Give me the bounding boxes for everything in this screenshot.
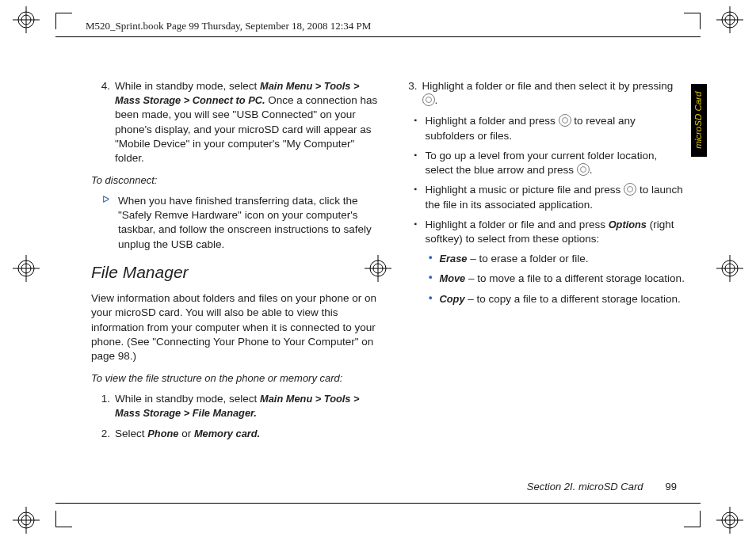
square-bullet-icon: ▪ [414, 114, 424, 143]
step-text: Highlight a folder or file and then sele… [422, 79, 685, 108]
bullet-item: ▪Highlight a music or picture file and p… [414, 183, 685, 211]
page-header: M520_Sprint.book Page 99 Thursday, Septe… [86, 19, 371, 33]
sub-bullet-item: ●Copy – to copy a file to a different st… [429, 292, 685, 306]
registration-mark-icon [13, 507, 40, 534]
crop-mark-icon [55, 13, 72, 29]
step-4: 4. While in standby mode, select Main Me… [91, 79, 378, 165]
registration-mark-icon [13, 255, 40, 282]
crop-mark-icon [55, 511, 72, 527]
step-1: 1. While in standby mode, select Main Me… [91, 392, 378, 420]
step-3: 3. Highlight a folder or file and then s… [399, 79, 685, 108]
step-text: While in standby mode, select Main Menu … [115, 392, 378, 420]
sub-bullet-item: ●Move – to move a file to a different st… [429, 272, 685, 286]
sub-bullet-item: ●Erase – to erase a folder or file. [429, 252, 685, 266]
ok-button-icon [624, 183, 636, 196]
step-number: 2. [91, 427, 110, 441]
subheading-view: To view the file structure on the phone … [91, 371, 378, 386]
side-tab-label: microSD Card [693, 92, 705, 149]
page-number: 99 [666, 481, 677, 492]
registration-mark-icon [716, 507, 743, 534]
bullet-item: ▪Highlight a folder or file and and pres… [414, 218, 685, 246]
footer-rule [55, 503, 701, 504]
bullet-text: When you have finished transferring data… [118, 194, 378, 252]
dot-bullet-icon: ● [429, 272, 438, 286]
square-bullet-icon: ▪ [414, 183, 424, 211]
page: M520_Sprint.book Page 99 Thursday, Septe… [0, 0, 756, 540]
square-bullet-icon: ▪ [414, 149, 424, 177]
step-number: 3. [399, 79, 418, 108]
triangle-bullet-icon: ᐅ [102, 194, 113, 252]
step-text: Select Phone or Memory card. [115, 427, 378, 441]
page-footer: Section 2I. microSD Card99 [527, 480, 677, 494]
square-bullet-icon: ▪ [414, 218, 424, 246]
ok-button-icon [577, 163, 590, 176]
paragraph: View information about folders and files… [91, 291, 378, 363]
step-text: While in standby mode, select Main Menu … [115, 79, 378, 165]
bullet-item: ▪Highlight a folder and press to reveal … [414, 114, 685, 143]
subheading-disconnect: To disconnect: [91, 173, 378, 188]
step-number: 1. [91, 392, 110, 420]
crop-mark-icon [684, 511, 701, 527]
registration-mark-icon [13, 6, 40, 33]
registration-mark-icon [716, 255, 743, 282]
header-rule [55, 36, 701, 37]
dot-bullet-icon: ● [429, 252, 438, 266]
step-number: 4. [91, 79, 110, 165]
bullet-item: ▪To go up a level from your current fold… [414, 149, 685, 177]
footer-section: Section 2I. microSD Card [527, 481, 643, 492]
step-2: 2. Select Phone or Memory card. [91, 427, 378, 441]
content-area: 4. While in standby mode, select Main Me… [91, 79, 685, 492]
bullet-disconnect: ᐅ When you have finished transferring da… [102, 194, 378, 252]
left-column: 4. While in standby mode, select Main Me… [91, 79, 378, 492]
side-tab: microSD Card [691, 84, 707, 157]
registration-mark-icon [716, 6, 743, 33]
heading-file-manager: File Manager [91, 261, 378, 283]
ok-button-icon [422, 93, 435, 106]
ok-button-icon [559, 114, 571, 127]
crop-mark-icon [684, 13, 701, 29]
right-column: 3. Highlight a folder or file and then s… [399, 79, 685, 492]
dot-bullet-icon: ● [429, 292, 438, 306]
